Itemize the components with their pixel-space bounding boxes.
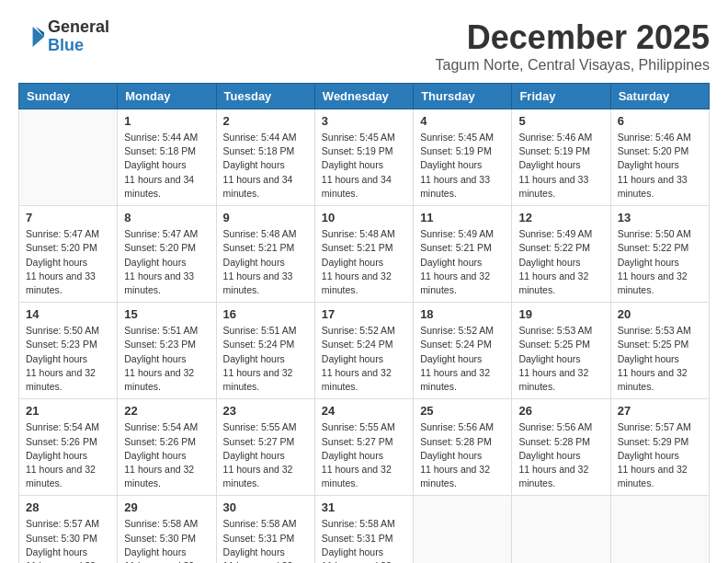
day-info: Sunrise: 5:46 AM Sunset: 5:20 PM Dayligh… [618,131,702,201]
day-number: 23 [223,404,308,418]
day-info: Sunrise: 5:57 AM Sunset: 5:30 PM Dayligh… [26,517,110,563]
calendar-cell: 9 Sunrise: 5:48 AM Sunset: 5:21 PM Dayli… [216,206,314,303]
day-info: Sunrise: 5:51 AM Sunset: 5:24 PM Dayligh… [223,324,308,394]
calendar-cell: 2 Sunrise: 5:44 AM Sunset: 5:18 PM Dayli… [216,109,314,206]
day-number: 21 [26,404,110,418]
day-info: Sunrise: 5:54 AM Sunset: 5:26 PM Dayligh… [124,420,209,490]
day-number: 27 [618,404,702,418]
day-info: Sunrise: 5:58 AM Sunset: 5:31 PM Dayligh… [322,517,406,563]
col-wednesday: Wednesday [314,84,413,109]
day-info: Sunrise: 5:52 AM Sunset: 5:24 PM Dayligh… [420,324,505,394]
calendar-cell: 6 Sunrise: 5:46 AM Sunset: 5:20 PM Dayli… [610,109,709,206]
col-tuesday: Tuesday [216,84,314,109]
calendar-cell: 17 Sunrise: 5:52 AM Sunset: 5:24 PM Dayl… [314,303,413,399]
calendar-cell: 24 Sunrise: 5:55 AM Sunset: 5:27 PM Dayl… [314,399,413,496]
calendar-cell [512,496,610,563]
day-info: Sunrise: 5:57 AM Sunset: 5:29 PM Dayligh… [618,420,702,490]
day-number: 16 [223,307,308,321]
day-info: Sunrise: 5:47 AM Sunset: 5:20 PM Dayligh… [124,227,209,297]
month-title: December 2025 [435,18,710,57]
calendar-cell: 13 Sunrise: 5:50 AM Sunset: 5:22 PM Dayl… [610,206,709,303]
calendar-cell: 25 Sunrise: 5:56 AM Sunset: 5:28 PM Dayl… [414,399,512,496]
calendar-cell: 11 Sunrise: 5:49 AM Sunset: 5:21 PM Dayl… [414,206,512,303]
calendar-cell [610,496,709,563]
day-number: 3 [322,114,406,128]
calendar-cell: 5 Sunrise: 5:46 AM Sunset: 5:19 PM Dayli… [512,109,610,206]
day-info: Sunrise: 5:45 AM Sunset: 5:19 PM Dayligh… [322,131,406,201]
day-info: Sunrise: 5:58 AM Sunset: 5:30 PM Dayligh… [124,517,209,563]
calendar-cell: 12 Sunrise: 5:49 AM Sunset: 5:22 PM Dayl… [512,206,610,303]
day-info: Sunrise: 5:56 AM Sunset: 5:28 PM Dayligh… [518,420,603,490]
day-info: Sunrise: 5:47 AM Sunset: 5:20 PM Dayligh… [26,227,110,297]
week-row-4: 21 Sunrise: 5:54 AM Sunset: 5:26 PM Dayl… [19,399,710,496]
day-number: 2 [223,114,308,128]
logo-general-text: General [48,17,109,36]
day-number: 28 [26,500,110,514]
calendar-cell: 1 Sunrise: 5:44 AM Sunset: 5:18 PM Dayli… [118,109,216,206]
day-number: 29 [124,500,209,514]
day-info: Sunrise: 5:44 AM Sunset: 5:18 PM Dayligh… [124,131,209,201]
day-info: Sunrise: 5:52 AM Sunset: 5:24 PM Dayligh… [322,324,406,394]
calendar-cell: 30 Sunrise: 5:58 AM Sunset: 5:31 PM Dayl… [216,496,314,563]
day-number: 9 [223,211,308,224]
day-number: 22 [124,404,209,418]
day-number: 5 [518,114,603,128]
calendar-cell: 22 Sunrise: 5:54 AM Sunset: 5:26 PM Dayl… [118,399,216,496]
calendar-cell: 14 Sunrise: 5:50 AM Sunset: 5:23 PM Dayl… [19,303,118,399]
col-saturday: Saturday [610,84,709,109]
week-row-5: 28 Sunrise: 5:57 AM Sunset: 5:30 PM Dayl… [19,496,710,563]
day-info: Sunrise: 5:49 AM Sunset: 5:22 PM Dayligh… [518,227,603,297]
calendar-cell: 4 Sunrise: 5:45 AM Sunset: 5:19 PM Dayli… [414,109,512,206]
calendar-cell: 10 Sunrise: 5:48 AM Sunset: 5:21 PM Dayl… [314,206,413,303]
logo-icon [18,24,44,50]
day-number: 11 [420,211,505,224]
day-number: 7 [26,211,110,224]
day-number: 17 [322,307,406,321]
day-number: 10 [322,211,406,224]
col-friday: Friday [512,84,610,109]
calendar-cell: 19 Sunrise: 5:53 AM Sunset: 5:25 PM Dayl… [512,303,610,399]
calendar-cell: 7 Sunrise: 5:47 AM Sunset: 5:20 PM Dayli… [19,206,118,303]
day-info: Sunrise: 5:53 AM Sunset: 5:25 PM Dayligh… [618,324,702,394]
col-thursday: Thursday [414,84,512,109]
calendar-cell: 21 Sunrise: 5:54 AM Sunset: 5:26 PM Dayl… [19,399,118,496]
calendar-cell: 27 Sunrise: 5:57 AM Sunset: 5:29 PM Dayl… [610,399,709,496]
calendar-cell: 8 Sunrise: 5:47 AM Sunset: 5:20 PM Dayli… [118,206,216,303]
day-info: Sunrise: 5:45 AM Sunset: 5:19 PM Dayligh… [420,131,505,201]
day-info: Sunrise: 5:44 AM Sunset: 5:18 PM Dayligh… [223,131,308,201]
calendar-cell: 31 Sunrise: 5:58 AM Sunset: 5:31 PM Dayl… [314,496,413,563]
calendar-table: Sunday Monday Tuesday Wednesday Thursday… [18,83,710,563]
calendar-cell [19,109,118,206]
day-number: 30 [223,500,308,514]
day-number: 13 [618,211,702,224]
day-number: 14 [26,307,110,321]
day-info: Sunrise: 5:55 AM Sunset: 5:27 PM Dayligh… [322,420,406,490]
day-info: Sunrise: 5:50 AM Sunset: 5:22 PM Dayligh… [618,227,702,297]
day-number: 31 [322,500,406,514]
day-number: 26 [518,404,603,418]
location-title: Tagum Norte, Central Visayas, Philippine… [435,57,710,74]
day-info: Sunrise: 5:58 AM Sunset: 5:31 PM Dayligh… [223,517,308,563]
calendar-cell: 26 Sunrise: 5:56 AM Sunset: 5:28 PM Dayl… [512,399,610,496]
calendar-cell: 15 Sunrise: 5:51 AM Sunset: 5:23 PM Dayl… [118,303,216,399]
calendar-cell: 23 Sunrise: 5:55 AM Sunset: 5:27 PM Dayl… [216,399,314,496]
calendar-cell: 29 Sunrise: 5:58 AM Sunset: 5:30 PM Dayl… [118,496,216,563]
calendar-cell [414,496,512,563]
day-info: Sunrise: 5:48 AM Sunset: 5:21 PM Dayligh… [322,227,406,297]
logo-blue-text: Blue [48,36,84,54]
logo: General Blue [18,18,109,55]
day-info: Sunrise: 5:56 AM Sunset: 5:28 PM Dayligh… [420,420,505,490]
day-info: Sunrise: 5:49 AM Sunset: 5:21 PM Dayligh… [420,227,505,297]
day-number: 12 [518,211,603,224]
week-row-2: 7 Sunrise: 5:47 AM Sunset: 5:20 PM Dayli… [19,206,710,303]
day-info: Sunrise: 5:53 AM Sunset: 5:25 PM Dayligh… [518,324,603,394]
calendar-cell: 20 Sunrise: 5:53 AM Sunset: 5:25 PM Dayl… [610,303,709,399]
day-number: 24 [322,404,406,418]
col-monday: Monday [118,84,216,109]
calendar-cell: 18 Sunrise: 5:52 AM Sunset: 5:24 PM Dayl… [414,303,512,399]
page-header: General Blue December 2025 Tagum Norte, … [18,18,710,74]
day-number: 6 [618,114,702,128]
day-info: Sunrise: 5:55 AM Sunset: 5:27 PM Dayligh… [223,420,308,490]
week-row-3: 14 Sunrise: 5:50 AM Sunset: 5:23 PM Dayl… [19,303,710,399]
calendar-cell: 16 Sunrise: 5:51 AM Sunset: 5:24 PM Dayl… [216,303,314,399]
